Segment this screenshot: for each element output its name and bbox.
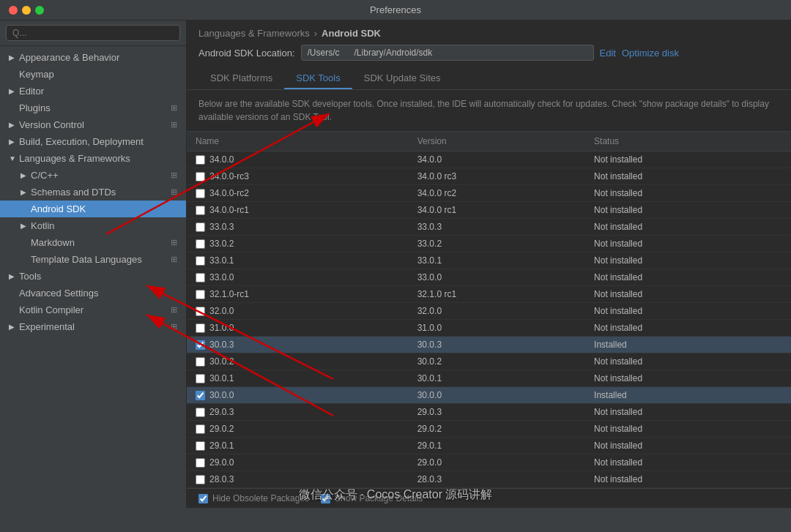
table-cell-status: Not installed <box>585 454 791 471</box>
sidebar-item-label: Advanced Settings <box>19 288 98 299</box>
sidebar-item-languages[interactable]: ▼ Languages & Frameworks <box>0 150 186 167</box>
tab-sdk-update-sites[interactable]: SDK Update Sites <box>352 68 453 89</box>
content-header: Languages & Frameworks › Android SDK And… <box>187 20 791 90</box>
search-input[interactable] <box>6 25 180 41</box>
table-row: 33.0.333.0.3Not installed <box>187 219 791 236</box>
page-icon: ⊞ <box>171 120 177 130</box>
table-row: 31.0.031.0.0Not installed <box>187 320 791 337</box>
row-checkbox[interactable] <box>196 307 205 316</box>
minimize-button[interactable] <box>22 6 31 15</box>
row-checkbox[interactable] <box>196 340 205 350</box>
sidebar-item-kotlin[interactable]: ▶ Kotlin <box>0 217 186 234</box>
sidebar-item-cpp[interactable]: ▶ C/C++ ⊞ <box>0 167 186 184</box>
row-name: 31.0.0 <box>209 323 234 333</box>
sidebar-item-label: Build, Execution, Deployment <box>19 136 144 147</box>
sidebar-item-template-data[interactable]: Template Data Languages ⊞ <box>0 251 186 268</box>
row-name: 29.0.0 <box>209 457 234 468</box>
table-cell-version: 33.0.2 <box>409 236 585 252</box>
sdk-location-input[interactable] <box>301 45 594 61</box>
chevron-right-icon: ▶ <box>21 222 28 230</box>
row-checkbox[interactable] <box>196 189 205 198</box>
row-checkbox[interactable] <box>196 357 205 367</box>
row-checkbox[interactable] <box>196 458 205 468</box>
sidebar-item-build[interactable]: ▶ Build, Execution, Deployment <box>0 133 186 150</box>
sidebar-item-label: Kotlin Compiler <box>19 304 83 315</box>
table-cell-version: 30.0.3 <box>409 337 585 353</box>
sidebar-item-kotlin-compiler[interactable]: Kotlin Compiler ⊞ <box>0 301 186 318</box>
table-cell-status: Not installed <box>585 252 791 269</box>
show-package-checkbox[interactable] <box>321 494 330 503</box>
table-cell-version: 33.0.3 <box>409 219 585 236</box>
sidebar-item-android-sdk[interactable]: Android SDK <box>0 201 186 217</box>
row-checkbox[interactable] <box>196 441 205 451</box>
row-name: 34.0.0-rc2 <box>209 188 249 198</box>
sidebar-item-experimental[interactable]: ▶ Experimental ⊞ <box>0 318 186 335</box>
row-checkbox[interactable] <box>196 374 205 383</box>
optimize-disk-button[interactable]: Optimize disk <box>622 48 679 59</box>
table-cell-status: Not installed <box>585 303 791 320</box>
row-checkbox[interactable] <box>196 239 205 249</box>
row-checkbox[interactable] <box>196 206 205 215</box>
row-name: 32.0.0 <box>209 306 234 316</box>
tab-sdk-platforms[interactable]: SDK Platforms <box>198 68 284 89</box>
sidebar-item-version-control[interactable]: ▶ Version Control ⊞ <box>0 116 186 133</box>
row-checkbox[interactable] <box>196 256 205 266</box>
sidebar-item-plugins[interactable]: Plugins ⊞ <box>0 100 186 116</box>
row-name: 28.0.3 <box>209 474 234 484</box>
close-button[interactable] <box>9 6 18 15</box>
table-row: 30.0.330.0.3Installed <box>187 337 791 353</box>
maximize-button[interactable] <box>35 6 44 15</box>
table-cell-version: 32.1.0 rc1 <box>409 286 585 303</box>
sidebar-item-keymap[interactable]: Keymap <box>0 66 186 83</box>
row-checkbox[interactable] <box>196 222 205 232</box>
description-text: Below are the available SDK developer to… <box>187 90 791 132</box>
table-cell-name: 33.0.2 <box>187 236 409 252</box>
table-cell-version: 32.0.0 <box>409 303 585 320</box>
sidebar: ▶ Appearance & Behavior Keymap ▶ Editor … <box>0 20 187 508</box>
tab-sdk-tools[interactable]: SDK Tools <box>284 68 352 89</box>
page-icon: ⊞ <box>171 103 177 113</box>
row-name: 33.0.1 <box>209 255 234 266</box>
edit-button[interactable]: Edit <box>600 48 616 59</box>
window-controls[interactable] <box>9 6 44 15</box>
sidebar-item-tools[interactable]: ▶ Tools <box>0 268 186 285</box>
chevron-placeholder <box>9 289 16 297</box>
table-cell-name: 32.1.0-rc1 <box>187 286 409 303</box>
table-cell-name: 33.0.3 <box>187 219 409 236</box>
table-cell-status: Installed <box>585 387 791 404</box>
page-icon: ⊞ <box>171 238 177 247</box>
sidebar-item-appearance[interactable]: ▶ Appearance & Behavior <box>0 49 186 66</box>
table-row: 28.0.328.0.3Not installed <box>187 471 791 488</box>
row-checkbox[interactable] <box>196 290 205 299</box>
table-cell-name: 33.0.0 <box>187 269 409 286</box>
row-checkbox[interactable] <box>196 323 205 333</box>
sidebar-item-label: Experimental <box>19 321 75 332</box>
row-checkbox[interactable] <box>196 424 205 434</box>
chevron-placeholder <box>9 70 16 78</box>
table-cell-status: Not installed <box>585 236 791 252</box>
sidebar-item-advanced-settings[interactable]: Advanced Settings <box>0 285 186 301</box>
row-checkbox[interactable] <box>196 475 205 484</box>
row-checkbox[interactable] <box>196 155 205 165</box>
chevron-right-icon: ▶ <box>9 87 16 95</box>
row-checkbox[interactable] <box>196 172 205 181</box>
table-cell-name: 29.0.0 <box>187 454 409 471</box>
sidebar-nav: ▶ Appearance & Behavior Keymap ▶ Editor … <box>0 46 186 508</box>
table-cell-version: 29.0.3 <box>409 404 585 421</box>
sidebar-item-label: C/C++ <box>31 170 59 181</box>
table-cell-status: Not installed <box>585 269 791 286</box>
row-name: 30.0.2 <box>209 356 234 367</box>
row-checkbox[interactable] <box>196 408 205 417</box>
row-name: 33.0.2 <box>209 239 234 249</box>
row-name: 29.0.3 <box>209 407 234 417</box>
table-cell-version: 33.0.0 <box>409 269 585 286</box>
sidebar-item-schemas[interactable]: ▶ Schemas and DTDs ⊞ <box>0 184 186 201</box>
table-cell-status: Not installed <box>585 151 791 168</box>
table-cell-name: 30.0.3 <box>187 337 409 353</box>
row-checkbox[interactable] <box>196 273 205 282</box>
chevron-down-icon: ▼ <box>9 154 16 162</box>
hide-obsolete-checkbox[interactable] <box>198 494 208 503</box>
sidebar-item-editor[interactable]: ▶ Editor <box>0 83 186 100</box>
row-checkbox[interactable] <box>196 391 205 400</box>
sidebar-item-markdown[interactable]: Markdown ⊞ <box>0 234 186 251</box>
